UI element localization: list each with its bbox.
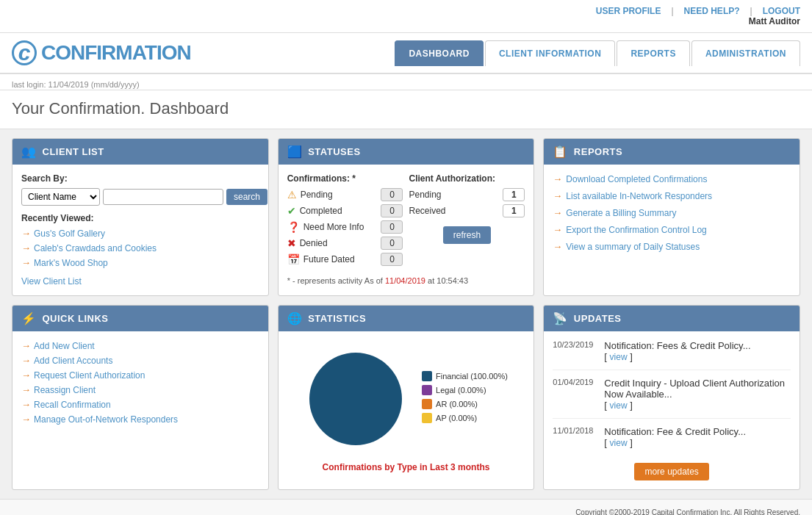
tab-client-information[interactable]: CLIENT INFORMATION <box>485 40 615 66</box>
add-new-client-link[interactable]: Add New Client <box>34 341 95 351</box>
statistics-body: Financial (100.00%) Legal (0.00%) AR (0.… <box>279 331 534 481</box>
svg-point-0 <box>309 353 402 445</box>
download-confirmations-link[interactable]: Download Completed Confirmations <box>566 174 707 184</box>
update-view-3[interactable]: view <box>610 438 628 448</box>
recall-confirmation-link[interactable]: Recall Confirmation <box>34 400 111 410</box>
auth-pending-count: 1 <box>503 188 525 201</box>
refresh-button[interactable]: refresh <box>443 226 491 244</box>
legend-item-ap: AP (0.00%) <box>422 413 508 423</box>
pending-label: Pending <box>301 190 333 200</box>
search-type-select[interactable]: Client Name Client Number <box>21 188 100 206</box>
more-updates-button[interactable]: more updates <box>634 463 708 480</box>
add-client-accounts-link[interactable]: Add Client Accounts <box>34 356 112 366</box>
in-network-responders-link[interactable]: List available In-Network Responders <box>566 191 712 201</box>
confirmations-col: Confirmations: * ⚠ Pending 0 ✔ Completed <box>287 173 403 269</box>
list-item: → Reassign Client <box>21 384 259 395</box>
logout-link[interactable]: LOGOUT <box>763 6 800 16</box>
arrow-icon: → <box>553 207 562 218</box>
tab-administration[interactable]: ADMINISTRATION <box>691 40 800 66</box>
completed-label: Completed <box>300 206 342 216</box>
recently-viewed-label: Recently Viewed: <box>21 213 259 223</box>
nav-tabs: DASHBOARD CLIENT INFORMATION REPORTS ADM… <box>393 40 800 66</box>
logo: c CONFIRMATION <box>12 33 191 73</box>
update-date-1: 10/23/2019 <box>553 340 597 362</box>
arrow-icon: → <box>553 190 562 201</box>
search-button[interactable]: search <box>226 189 267 205</box>
pending-icon: ⚠ <box>287 189 297 201</box>
reports-header: 📋 REPORTS <box>544 139 800 165</box>
view-client-list-link[interactable]: View Client List <box>21 276 82 287</box>
auth-received: Received 1 <box>409 204 525 217</box>
future-icon: 📅 <box>287 253 300 265</box>
needmore-count: 0 <box>381 220 403 234</box>
quick-links-panel: ⚡ QUICK LINKS → Add New Client → Add Cli… <box>12 305 269 490</box>
need-help-link[interactable]: NEED HELP? <box>684 6 740 16</box>
arrow-icon: → <box>21 257 31 268</box>
update-content-3: Notification: Fee & Credit Policy... [ v… <box>604 426 746 448</box>
report-link-1: → Download Completed Confirmations <box>553 173 791 184</box>
needmore-icon: ❓ <box>287 221 300 233</box>
recently-viewed-link-1[interactable]: Gus's Golf Gallery <box>34 228 105 239</box>
tab-dashboard[interactable]: DASHBOARD <box>395 40 484 66</box>
list-item: → Recall Confirmation <box>21 399 259 410</box>
quick-links-body: → Add New Client → Add Client Accounts →… <box>12 331 268 437</box>
client-list-body: Search By: Client Name Client Number sea… <box>12 165 268 295</box>
daily-statuses-link[interactable]: View a summary of Daily Statuses <box>566 242 700 252</box>
pie-chart <box>304 347 407 450</box>
reports-title: REPORTS <box>574 146 622 157</box>
update-view-2[interactable]: view <box>610 400 628 411</box>
statuses-date: 11/04/2019 <box>385 276 425 285</box>
update-text-3: Notification: Fee & Credit Policy... <box>604 426 746 437</box>
statuses-icon: 🟦 <box>287 145 303 159</box>
future-label: Future Dated <box>303 254 355 264</box>
auth-header: Client Authorization: <box>409 173 525 184</box>
search-by-label: Search By: <box>21 173 259 184</box>
arrow-icon: → <box>21 355 31 366</box>
manage-responders-link[interactable]: Manage Out-of-Network Responders <box>34 414 178 425</box>
quick-links-icon: ⚡ <box>21 311 37 325</box>
statuses-header: 🟦 STATUSES <box>279 139 534 165</box>
status-future: 📅 Future Dated 0 <box>287 253 403 266</box>
update-view-1[interactable]: view <box>610 352 628 362</box>
chart-caption-text: Confirmations by Type in Last <box>323 462 448 472</box>
recently-viewed-link-2[interactable]: Caleb's Crawdads and Cookies <box>34 243 157 253</box>
status-pending: ⚠ Pending 0 <box>287 188 403 201</box>
reassign-client-link[interactable]: Reassign Client <box>34 385 96 395</box>
arrow-icon: → <box>21 399 31 410</box>
search-row: Client Name Client Number search <box>21 188 259 206</box>
denied-label: Denied <box>300 238 328 248</box>
statuses-panel: 🟦 STATUSES Confirmations: * ⚠ Pending 0 <box>278 138 535 296</box>
statistics-icon: 🌐 <box>287 311 303 325</box>
view-client-list: View Client List <box>21 275 259 287</box>
billing-summary-link[interactable]: Generate a Billing Summary <box>566 208 676 218</box>
report-link-4: → Export the Confirmation Control Log <box>553 224 791 235</box>
reports-icon: 📋 <box>553 145 568 159</box>
statistics-title: STATISTICS <box>308 313 366 324</box>
confirmations-header: Confirmations: * <box>287 173 403 184</box>
updates-body: 10/23/2019 Notification: Fees & Credit P… <box>544 331 800 489</box>
arrow-icon: → <box>553 224 562 235</box>
legend-item-financial: Financial (100.00%) <box>422 371 508 381</box>
update-text-2: Credit Inquiry - Upload Client Authoriza… <box>604 378 785 400</box>
username-display: Matt Auditor <box>749 16 800 26</box>
tab-reports[interactable]: REPORTS <box>617 40 690 66</box>
recently-viewed-link-3[interactable]: Mark's Wood Shop <box>34 258 108 268</box>
client-list-icon: 👥 <box>21 145 37 159</box>
client-list-panel: 👥 CLIENT LIST Search By: Client Name Cli… <box>12 138 269 296</box>
user-profile-link[interactable]: USER PROFILE <box>596 6 661 16</box>
list-item: → Caleb's Crawdads and Cookies <box>21 242 259 253</box>
arrow-icon: → <box>21 242 31 253</box>
statistics-header: 🌐 STATISTICS <box>279 306 534 331</box>
update-date-3: 11/01/2018 <box>553 426 597 448</box>
request-client-auth-link[interactable]: Request Client Authorization <box>34 370 145 381</box>
pie-svg <box>304 347 407 450</box>
client-list-header: 👥 CLIENT LIST <box>12 139 268 165</box>
control-log-link[interactable]: Export the Confirmation Control Log <box>566 225 706 235</box>
legend-label-ar: AR (0.00%) <box>436 400 478 408</box>
update-date-2: 01/04/2019 <box>553 378 597 411</box>
update-entry-1: 10/23/2019 Notification: Fees & Credit P… <box>553 340 791 370</box>
search-input[interactable] <box>103 189 223 205</box>
completed-icon: ✔ <box>287 205 296 217</box>
arrow-icon: → <box>21 414 31 425</box>
auth-received-count: 1 <box>503 204 525 217</box>
